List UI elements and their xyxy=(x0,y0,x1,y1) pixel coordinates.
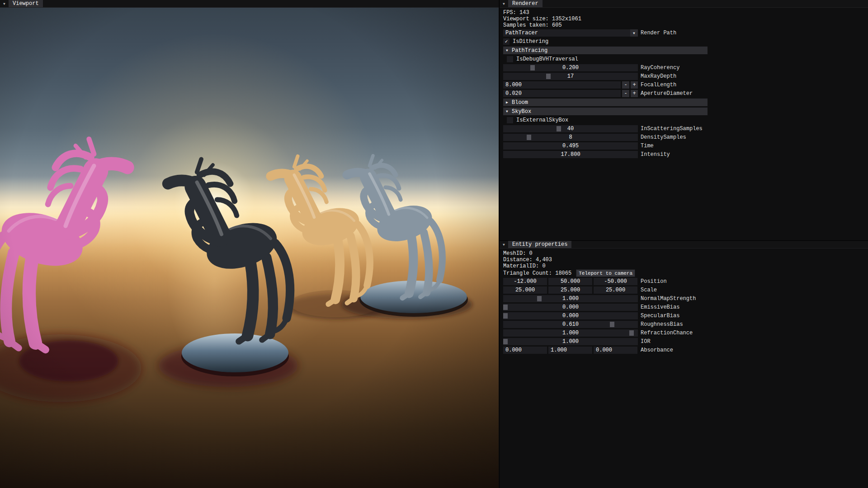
bloom-header-label: Bloom xyxy=(512,99,528,106)
position-x-drag[interactable]: -12.000 xyxy=(503,278,547,285)
specular-bias-label: SpecularBias xyxy=(641,313,679,319)
refraction-chance-slider[interactable]: 1.000 xyxy=(503,329,638,337)
position-z-drag[interactable]: -50.000 xyxy=(594,278,637,285)
viewport-tabbar: ▼ Viewport xyxy=(0,0,499,8)
viewport-size-stat: Viewport size: 1352x1061 xyxy=(503,16,868,22)
pathtracing-header[interactable]: ▼ PathTracing xyxy=(503,47,708,54)
absorbance-y-input[interactable]: 1.000 xyxy=(548,347,592,354)
ray-coherency-label: RayCoherency xyxy=(641,65,679,71)
density-samples-value: 8 xyxy=(569,134,572,141)
focal-length-input[interactable]: 8.000 xyxy=(503,81,621,89)
ior-slider[interactable]: 1.000 xyxy=(503,338,638,345)
window-menu-icon[interactable]: ▼ xyxy=(500,241,508,248)
time-value: 0.495 xyxy=(562,143,579,149)
scale-y-value: 25.000 xyxy=(561,287,580,293)
aperture-diameter-label: ApertureDiameter xyxy=(641,90,693,97)
slider-grab[interactable] xyxy=(503,305,508,310)
specular-bias-slider[interactable]: 0.000 xyxy=(503,312,638,319)
density-samples-slider[interactable]: 8 xyxy=(503,134,638,141)
render-path-combo[interactable]: PathTracer ▼ xyxy=(503,29,638,37)
slider-grab[interactable] xyxy=(530,65,535,70)
is-external-skybox-label: IsExternalSkyBox xyxy=(516,117,568,123)
check-icon: ✓ xyxy=(505,39,508,44)
scale-x-drag[interactable]: 25.000 xyxy=(503,286,547,294)
focal-length-minus-button[interactable]: - xyxy=(622,81,629,89)
position-y-drag[interactable]: 50.000 xyxy=(548,278,592,285)
inscattering-samples-label: InScatteringSamples xyxy=(641,126,703,132)
is-external-skybox-checkbox[interactable]: ✓ xyxy=(507,117,513,123)
viewport-window: ▼ Viewport xyxy=(0,0,499,488)
absorbance-x-input[interactable]: 0.000 xyxy=(503,347,547,354)
scale-z-value: 25.000 xyxy=(606,287,625,293)
time-label: Time xyxy=(641,143,654,149)
position-z-value: -50.000 xyxy=(604,278,627,285)
slider-grab[interactable] xyxy=(503,313,508,319)
ior-value: 1.000 xyxy=(562,338,579,345)
aperture-diameter-input[interactable]: 0.020 xyxy=(503,90,621,97)
render-scene[interactable] xyxy=(0,8,499,488)
tab-viewport[interactable]: Viewport xyxy=(9,0,43,7)
window-menu-icon[interactable]: ▼ xyxy=(0,0,9,7)
max-ray-depth-value: 17 xyxy=(567,73,574,80)
intensity-label: Intensity xyxy=(641,151,670,158)
roughness-bias-slider[interactable]: 0.610 xyxy=(503,321,638,328)
ray-coherency-slider[interactable]: 0.200 xyxy=(503,64,638,71)
refraction-chance-value: 1.000 xyxy=(562,330,579,336)
slider-grab[interactable] xyxy=(503,339,508,344)
teleport-to-camera-button[interactable]: Teleport to camera xyxy=(576,269,635,277)
scale-z-drag[interactable]: 25.000 xyxy=(594,286,637,294)
is-debug-bvh-checkbox[interactable]: ✓ xyxy=(507,56,513,62)
normal-map-strength-slider[interactable]: 1.000 xyxy=(503,295,638,302)
intensity-drag[interactable]: 17.800 xyxy=(503,151,638,158)
absorbance-x-value: 0.000 xyxy=(505,347,522,353)
scale-vec3: 25.000 25.000 25.000 xyxy=(503,286,638,294)
material-id-stat: MaterialID: 0 xyxy=(503,263,868,269)
aperture-plus-button[interactable]: + xyxy=(631,90,638,97)
position-y-value: 50.000 xyxy=(561,278,580,285)
absorbance-z-value: 0.000 xyxy=(596,347,612,353)
max-ray-depth-label: MaxRayDepth xyxy=(641,73,676,80)
slider-grab[interactable] xyxy=(610,322,614,327)
position-vec3: -12.000 50.000 -50.000 xyxy=(503,278,638,285)
slider-grab[interactable] xyxy=(629,330,634,336)
slider-grab[interactable] xyxy=(527,135,531,140)
density-samples-label: DensitySamples xyxy=(641,134,686,141)
horse-statue-dark xyxy=(168,159,290,341)
time-drag[interactable]: 0.495 xyxy=(503,142,638,150)
window-menu-icon[interactable]: ▼ xyxy=(500,0,508,7)
emissive-bias-slider[interactable]: 0.000 xyxy=(503,304,638,311)
emissive-bias-label: EmissiveBias xyxy=(641,304,679,310)
slider-grab[interactable] xyxy=(557,126,561,131)
tab-renderer[interactable]: Renderer xyxy=(508,0,542,7)
scale-y-drag[interactable]: 25.000 xyxy=(548,286,592,294)
slider-grab[interactable] xyxy=(546,74,551,79)
skybox-header[interactable]: ▼ SkyBox xyxy=(503,108,708,115)
distance-stat: Distance: 4,403 xyxy=(503,257,868,263)
renderer-content: FPS: 143 Viewport size: 1352x1061 Sample… xyxy=(500,8,868,240)
normal-map-strength-value: 1.000 xyxy=(562,296,579,302)
bloom-header[interactable]: ▶ Bloom xyxy=(503,99,708,106)
refraction-chance-label: RefractionChance xyxy=(641,330,693,336)
app-root: ▼ Viewport xyxy=(0,0,868,488)
entity-content: MeshID: 0 Distance: 4,403 MaterialID: 0 … xyxy=(500,249,868,488)
is-debug-bvh-label: IsDebugBVHTraversal xyxy=(516,56,578,62)
focal-length-plus-button[interactable]: + xyxy=(631,81,638,89)
pathtracing-header-label: PathTracing xyxy=(512,47,547,54)
roughness-bias-value: 0.610 xyxy=(562,321,579,328)
collapsed-arrow-icon: ▶ xyxy=(506,100,512,104)
tab-entity-properties[interactable]: Entity properties xyxy=(508,241,571,248)
slider-grab[interactable] xyxy=(537,296,542,301)
ray-coherency-value: 0.200 xyxy=(562,65,579,71)
aperture-diameter-value: 0.020 xyxy=(505,90,522,97)
expanded-arrow-icon: ▼ xyxy=(506,48,512,52)
aperture-minus-button[interactable]: - xyxy=(622,90,629,97)
position-x-value: -12.000 xyxy=(514,278,536,285)
absorbance-z-input[interactable]: 0.000 xyxy=(594,347,637,354)
is-dithering-checkbox[interactable]: ✓ xyxy=(503,38,509,45)
chevron-down-icon: ▼ xyxy=(630,29,638,37)
mesh-id-stat: MeshID: 0 xyxy=(503,250,868,257)
inscattering-samples-slider[interactable]: 40 xyxy=(503,125,638,132)
roughness-bias-label: RoughnessBias xyxy=(641,321,683,328)
inscattering-samples-value: 40 xyxy=(567,126,574,132)
max-ray-depth-slider[interactable]: 17 xyxy=(503,73,638,80)
